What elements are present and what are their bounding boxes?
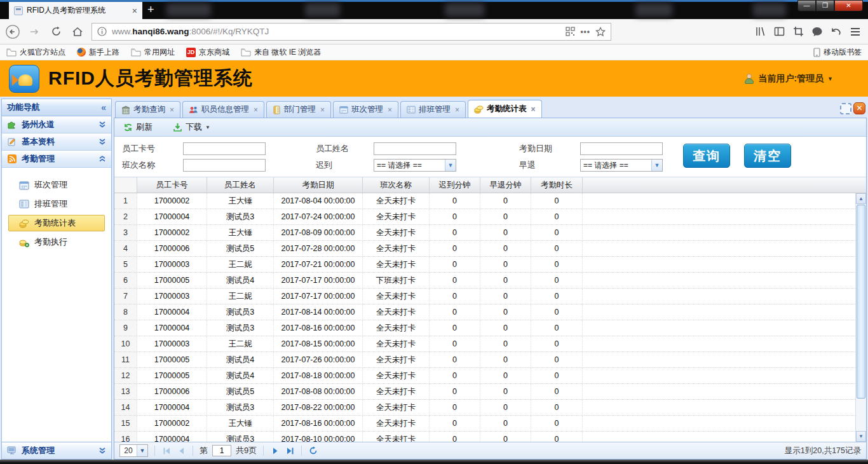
url-text[interactable]: www.hanqi86.wang:8006/#!/Kq/RYKQTJ [112,27,560,36]
url-bar[interactable]: www.hanqi86.wang:8006/#!/Kq/RYKQTJ ••• [92,23,611,41]
page-info-icon[interactable] [97,27,107,36]
table-row[interactable]: 16 17000004 测试员3 2017-08-10 00:00:00 全天未… [114,432,855,442]
table-row[interactable]: 14 17000004 测试员3 2017-08-22 00:00:00 全天未… [114,400,855,416]
scroll-up-icon[interactable]: ▲ [856,193,866,204]
new-tab-button[interactable]: + [147,4,154,15]
table-row[interactable]: 8 17000004 测试员3 2017-08-14 00:00:00 全天未打… [114,304,855,320]
bookmark-item[interactable]: 新手上路 [77,47,119,58]
window-restore-button[interactable]: ❐ [816,0,834,11]
bookmark-item[interactable]: JD 京东商城 [186,47,229,58]
early-leave-select[interactable]: == 请选择 == ▼ [580,159,663,172]
column-header[interactable]: 考勤时长 [531,177,583,193]
first-page-icon[interactable] [161,446,172,456]
grid-vertical-scrollbar[interactable]: ▲ ▼ [855,193,866,442]
clear-button[interactable]: 清空 [744,144,791,168]
column-header[interactable]: 员工卡号 [137,177,207,193]
sidebar-toggle-icon[interactable] [771,24,787,39]
tab-department[interactable]: 部门管理× [266,101,331,118]
cell-late-minutes: 0 [430,384,480,399]
table-row[interactable]: 15 17000002 王大锤 2017-08-16 00:00:00 全天未打… [114,416,855,432]
column-header[interactable]: 早退分钟 [480,177,531,193]
chevron-down-icon[interactable]: ▼ [651,160,662,171]
prev-page-icon[interactable] [176,446,186,456]
menu-icon[interactable] [848,24,863,39]
browser-tab[interactable]: RFID人员考勤管理系统 × [9,2,142,19]
bookmark-star-icon[interactable] [595,27,606,37]
window-close-button[interactable]: ✕ [834,0,863,11]
table-row[interactable]: 4 17000006 测试员5 2017-07-28 00:00:00 全天未打… [114,241,855,257]
search-button[interactable]: 查询 [683,144,730,168]
late-select[interactable]: == 请选择 == ▼ [374,159,456,172]
card-number-input[interactable] [183,142,266,155]
tab-attendance-stats[interactable]: 考勤统计表× [468,100,542,118]
chevron-down-icon[interactable]: ▼ [137,445,147,456]
refresh-button[interactable]: 刷新 [121,120,155,134]
window-minimize-button[interactable]: — [797,0,816,11]
tab-close-icon[interactable]: × [254,106,258,114]
tab-close-icon[interactable]: × [170,106,174,114]
tab-close-icon[interactable]: × [455,106,459,114]
sidebar-item-schedule-management[interactable]: 排班管理 [8,196,105,212]
table-row[interactable]: 7 17000003 王二妮 2017-07-17 00:00:00 全天未打卡… [114,289,855,304]
table-row[interactable]: 12 17000005 测试员4 2017-08-18 00:00:00 全天未… [114,368,855,384]
chevron-down-icon[interactable]: ▼ [445,160,456,171]
column-header[interactable]: 班次名称 [363,177,430,193]
tab-staff-info[interactable]: 职员信息管理× [182,101,264,118]
bookmark-item[interactable]: 来自 微软 IE 浏览器 [241,47,321,58]
back-icon[interactable] [5,24,20,39]
qr-scan-icon[interactable] [566,27,575,36]
column-header[interactable]: 员工姓名 [207,177,274,193]
sidebar-item-attendance-stats[interactable]: 考勤统计表 [8,215,105,231]
tab-close-icon[interactable]: × [531,105,536,114]
tab-close-icon[interactable]: × [132,6,137,16]
table-row[interactable]: 2 17000004 测试员3 2017-07-24 00:00:00 全天未打… [114,209,855,225]
attendance-date-input[interactable] [580,142,663,155]
page-actions-icon[interactable]: ••• [580,27,590,36]
table-row[interactable]: 9 17000004 测试员3 2017-08-16 00:00:00 全天未打… [114,320,855,336]
bookmark-item[interactable]: 常用网址 [131,47,175,58]
scrollbar-thumb[interactable] [857,205,865,399]
shift-name-input[interactable] [183,159,266,172]
sidebar-group-system[interactable]: 系统管理 [2,442,111,459]
employee-name-input[interactable] [374,142,456,155]
sidebar-group-yangzhou[interactable]: 扬州永道 [2,116,111,133]
sidebar-group-basic-data[interactable]: 基本资料 [2,133,111,151]
bookmark-item[interactable]: 火狐官方站点 [6,47,65,58]
reload-grid-icon[interactable] [308,446,318,456]
tab-close-icon[interactable]: × [320,106,325,114]
sidebar-item-shift-management[interactable]: 班次管理 [8,177,105,193]
tab-shift-management[interactable]: 班次管理× [333,101,398,118]
close-all-tabs-icon[interactable]: ✕ [853,102,865,114]
page-size-combo[interactable]: 20 ▼ [119,444,148,457]
column-header[interactable]: 考勤日期 [274,177,363,193]
tab-attendance-query[interactable]: 考勤查询× [115,101,180,118]
library-icon[interactable] [752,24,768,39]
table-row[interactable]: 10 17000003 王二妮 2017-08-15 00:00:00 全天未打… [114,336,855,352]
table-row[interactable]: 1 17000002 王大锤 2017-08-04 00:00:00 全天未打卡… [114,193,855,209]
current-user-menu[interactable]: 当前用户:管理员 ▼ [744,73,833,85]
scroll-down-icon[interactable]: ▼ [856,431,866,442]
home-icon[interactable] [70,24,85,39]
screenshot-icon[interactable] [790,24,806,39]
download-button[interactable]: 下载 ▼ [170,120,213,134]
sidebar-item-attendance-execute[interactable]: 考勤执行 [8,234,105,250]
forward-icon[interactable] [27,24,42,39]
fullscreen-icon[interactable] [840,103,851,114]
last-page-icon[interactable] [285,446,295,456]
next-page-icon[interactable] [270,446,280,456]
tab-schedule-management[interactable]: 排班管理× [400,101,466,118]
tab-close-icon[interactable]: × [388,106,392,114]
sidebar-group-attendance[interactable]: 考勤管理 [2,151,111,168]
page-number-input[interactable] [212,445,231,456]
table-row[interactable]: 11 17000005 测试员4 2017-07-26 00:00:00 全天未… [114,352,855,368]
undo-icon[interactable] [829,24,844,39]
reload-icon[interactable] [48,24,64,39]
table-row[interactable]: 3 17000002 王大锤 2017-08-09 00:00:00 全天未打卡… [114,225,855,241]
chat-icon[interactable] [810,24,825,39]
column-header[interactable]: 迟到分钟 [430,177,480,193]
table-row[interactable]: 5 17000003 王二妮 2017-07-21 00:00:00 全天未打卡… [114,257,855,273]
bookmark-mobile[interactable]: 移动版书签 [813,47,862,58]
table-row[interactable]: 6 17000005 测试员4 2017-07-17 00:00:00 下班未打… [114,273,855,289]
sidebar-collapse-icon[interactable]: « [101,102,106,113]
table-row[interactable]: 13 17000006 测试员5 2017-08-08 00:00:00 全天未… [114,384,855,400]
